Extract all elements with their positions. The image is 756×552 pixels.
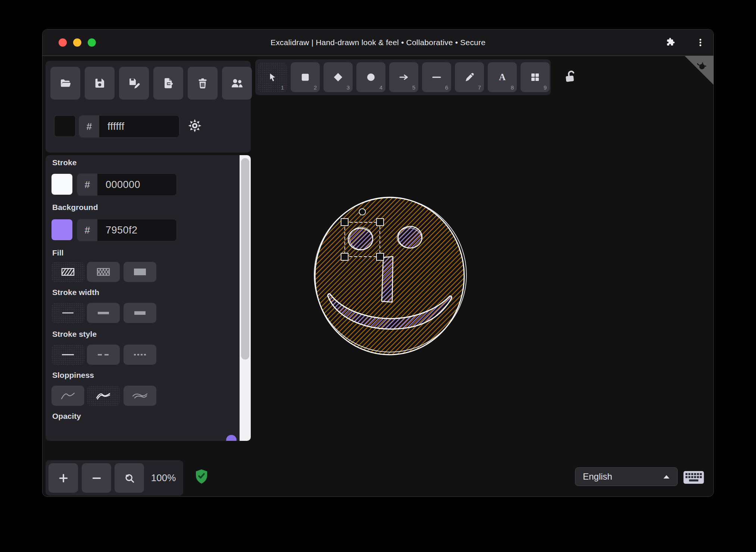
reset-zoom-button[interactable] xyxy=(115,463,144,493)
stroke-width-thin-button[interactable] xyxy=(51,303,84,323)
open-file-button[interactable] xyxy=(50,67,80,100)
background-hex-input[interactable] xyxy=(97,219,162,241)
circle-icon xyxy=(365,72,377,83)
line-icon xyxy=(431,72,442,83)
stroke-width-section-label: Stroke width xyxy=(52,288,99,297)
tool-diamond[interactable]: 3 xyxy=(324,62,353,92)
kebab-menu-icon xyxy=(696,38,705,47)
tool-rectangle[interactable]: 2 xyxy=(291,62,320,92)
zoom-level-display[interactable]: 100% xyxy=(146,460,181,496)
selection-handle-nw[interactable] xyxy=(341,219,348,226)
tool-selection[interactable]: 1 xyxy=(258,62,287,92)
fill-solid-button[interactable] xyxy=(124,262,156,282)
window-title: Excalidraw | Hand-drawn look & feel • Co… xyxy=(43,29,713,56)
background-section-label: Background xyxy=(52,203,98,212)
stroke-hex-field: # xyxy=(77,173,177,196)
sloppiness-artist-button[interactable] xyxy=(87,386,120,406)
tool-arrow[interactable]: 5 xyxy=(389,62,418,92)
language-select[interactable]: English xyxy=(575,467,678,486)
extensions-button[interactable] xyxy=(663,35,678,50)
architect-squiggle-icon xyxy=(60,391,76,401)
background-color-swatch[interactable] xyxy=(51,219,72,240)
zoom-controls-island: 100% xyxy=(46,460,183,496)
dotted-stroke-icon xyxy=(132,349,148,360)
hex-hash-prefix: # xyxy=(79,116,99,137)
arrow-icon xyxy=(398,72,409,83)
properties-panel: Stroke # Background # Fill xyxy=(46,155,251,441)
solid-stroke-icon xyxy=(60,349,76,360)
theme-toggle-button[interactable] xyxy=(186,117,204,135)
stroke-style-dotted-button[interactable] xyxy=(124,345,156,365)
zoom-in-button[interactable] xyxy=(49,463,78,493)
puzzle-icon xyxy=(665,37,676,48)
thin-line-icon xyxy=(60,308,76,318)
sloppiness-cartoonist-button[interactable] xyxy=(124,386,156,406)
hachure-fill-icon xyxy=(60,267,76,277)
zoom-reset-icon xyxy=(124,472,135,484)
tool-draw[interactable]: 7 xyxy=(455,62,484,92)
opacity-slider-thumb[interactable] xyxy=(226,435,237,441)
tool-line[interactable]: 6 xyxy=(422,62,451,92)
bold-line-icon xyxy=(95,308,112,318)
fill-cross-hatch-button[interactable] xyxy=(87,262,120,282)
sloppiness-section-label: Sloppiness xyxy=(52,371,94,380)
language-value: English xyxy=(575,471,662,482)
keep-tool-active-toggle[interactable] xyxy=(562,68,579,85)
panel-scrollbar-thumb[interactable] xyxy=(241,158,249,360)
sloppiness-architect-button[interactable] xyxy=(51,386,84,406)
users-icon xyxy=(230,76,244,90)
tool-text[interactable]: A 8 xyxy=(488,62,517,92)
tool-library[interactable]: 9 xyxy=(521,62,550,92)
stroke-width-extra-bold-button[interactable] xyxy=(124,303,156,323)
caret-up-icon xyxy=(662,474,671,479)
canvas-background-hex-input[interactable] xyxy=(99,116,163,137)
rotation-handle[interactable] xyxy=(359,209,366,215)
fill-section-label: Fill xyxy=(52,248,63,257)
trash-icon xyxy=(196,77,209,90)
hex-hash-prefix: # xyxy=(77,174,97,195)
square-icon xyxy=(300,72,311,83)
unlocked-padlock-icon xyxy=(563,69,578,83)
text-icon: A xyxy=(497,72,508,83)
svg-text:A: A xyxy=(499,72,506,82)
dashed-stroke-icon xyxy=(95,349,112,360)
clear-canvas-button[interactable] xyxy=(188,67,218,100)
stroke-style-solid-button[interactable] xyxy=(51,345,84,365)
pencil-icon xyxy=(464,72,475,83)
stroke-width-bold-button[interactable] xyxy=(87,303,120,323)
solid-fill-icon xyxy=(132,267,148,277)
app-window: Excalidraw | Hand-drawn look & feel • Co… xyxy=(42,29,714,497)
selection-handle-ne[interactable] xyxy=(377,219,384,226)
extra-bold-line-icon xyxy=(132,308,148,318)
stroke-hex-input[interactable] xyxy=(97,174,162,195)
keyboard-shortcuts-button[interactable] xyxy=(683,470,705,484)
stroke-color-swatch[interactable] xyxy=(51,174,72,195)
export-icon xyxy=(162,77,175,90)
stroke-style-dashed-button[interactable] xyxy=(87,345,120,365)
open-folder-icon xyxy=(59,77,72,90)
collaboration-button[interactable] xyxy=(222,67,252,100)
fill-hachure-button[interactable] xyxy=(51,262,84,282)
plus-icon xyxy=(58,473,69,484)
smiley-nose[interactable] xyxy=(382,257,393,302)
selection-handle-sw[interactable] xyxy=(341,253,348,260)
opacity-section-label: Opacity xyxy=(52,412,81,421)
tool-ellipse[interactable]: 4 xyxy=(356,62,385,92)
cross-hatch-fill-icon xyxy=(95,267,112,277)
browser-menu-button[interactable] xyxy=(693,35,708,50)
shapes-grid-icon xyxy=(529,72,541,83)
diamond-icon xyxy=(332,72,344,83)
zoom-out-button[interactable] xyxy=(82,463,111,493)
export-image-button[interactable] xyxy=(153,67,183,100)
cursor-icon xyxy=(267,72,278,83)
panel-scrollbar-track xyxy=(240,155,251,441)
github-corner-link[interactable] xyxy=(684,56,713,85)
save-as-icon xyxy=(128,77,140,90)
selection-handle-se[interactable] xyxy=(377,253,384,260)
canvas-background-swatch[interactable] xyxy=(54,115,76,137)
save-as-button[interactable] xyxy=(119,67,149,100)
canvas-background-hex-field: # xyxy=(79,115,179,138)
save-file-button[interactable] xyxy=(85,67,115,100)
sun-icon xyxy=(187,118,202,133)
background-hex-field: # xyxy=(77,219,177,241)
